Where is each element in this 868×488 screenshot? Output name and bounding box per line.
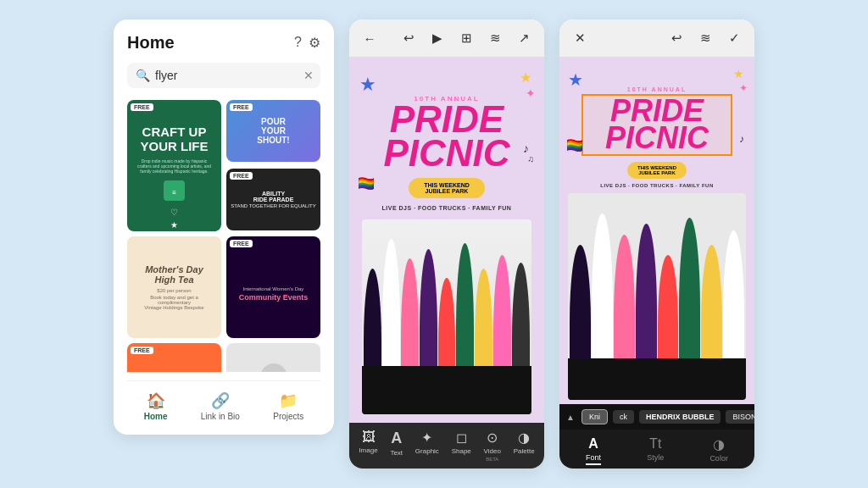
toolbar-actions: ↩ ≋ ✓ [666, 28, 744, 48]
folder-icon: 📁 [279, 391, 298, 410]
layers-button[interactable]: ≋ [485, 28, 505, 48]
free-badge-6: FREE [131, 347, 153, 354]
font-chip-bison[interactable]: BISON [726, 410, 754, 424]
undo-button-right[interactable]: ↩ [666, 28, 687, 48]
rainbow-flag-right: 🏳️‍🌈 [566, 137, 583, 153]
selected-text-box[interactable]: PRIDE PICNIC [581, 94, 733, 156]
right-badge-line1: THIS WEEKEND [637, 165, 676, 170]
video-icon: ⊙ [487, 430, 498, 446]
font-chip-hendrix[interactable]: HENDRIX BUBBLE [639, 410, 721, 424]
right-canvas: ★ ★ ✦ 🏳️‍🌈 ♪ 10TH ANNUAL PRIDE PICNIC TH… [559, 57, 754, 404]
template-card-purple-walk[interactable]: FREE PURPLEWALK [127, 343, 221, 372]
card-sub: Book today and get a complimentaryVintag… [134, 295, 214, 310]
nav-projects-label: Projects [273, 412, 303, 421]
free-badge-2: FREE [230, 103, 253, 111]
template-card-community-events[interactable]: FREE International Women's Day Community… [226, 236, 320, 338]
card-price: $20 per person [157, 288, 191, 293]
template-card-craft-up-life[interactable]: FREE CRAFT UPYOUR LIFE Drop indie music … [127, 100, 221, 231]
middle-panel: ← ↩ ▶ ⊞ ≋ ↗ ★ ★ ✦ ♪ ♫ 🏳️‍🌈 10TH ANNUAL P… [349, 19, 544, 469]
music-note-right: ♪ [739, 133, 744, 145]
toolbar-left: ← [359, 28, 380, 48]
template-card-pour-shout[interactable]: FREE POURYOURSHOUT! [226, 100, 320, 162]
layers-button-right[interactable]: ≋ [695, 28, 715, 48]
font-chip-ck[interactable]: ck [613, 410, 634, 424]
font-up-arrow[interactable]: ▲ [566, 413, 575, 422]
panel-title: Home [127, 33, 175, 53]
card-text: Mother's DayHigh Tea [145, 264, 203, 285]
palette-icon: ◑ [518, 430, 530, 446]
template-card-mothers-day[interactable]: Mother's DayHigh Tea $20 per person Book… [127, 236, 221, 338]
style-icon: Tt [649, 436, 661, 452]
search-bar[interactable]: 🔍 ✕ [127, 63, 320, 88]
confirm-button[interactable]: ✓ [724, 28, 744, 48]
pride-text: PRIDE [390, 103, 504, 136]
help-icon[interactable]: ? [294, 35, 302, 51]
star-right-yellow: ★ [733, 67, 744, 80]
nav-home[interactable]: 🏠 Home [144, 391, 168, 421]
mid-toolbar: ← ↩ ▶ ⊞ ≋ ↗ [349, 19, 544, 57]
undo-button[interactable]: ↩ [398, 28, 419, 48]
mid-bottom-bar: 🖼 Image A Text ✦ Graphic ◻ Shape ⊙ Video… [349, 423, 544, 469]
music-note-deco: ♪ [523, 141, 529, 155]
text-icon: A [391, 430, 402, 447]
tool-graphic[interactable]: ✦ Graphic [415, 430, 439, 462]
layout-button[interactable]: ⊞ [456, 28, 476, 48]
right-bottom-tabs: A Font Tt Style ◑ Color [559, 430, 754, 469]
color-icon: ◑ [713, 436, 725, 452]
play-button[interactable]: ▶ [427, 28, 448, 48]
star-right-pink: ✦ [739, 82, 748, 94]
toolbar-center: ↩ ▶ ⊞ ≋ ↗ [398, 28, 534, 48]
free-badge: FREE [131, 103, 153, 111]
image-icon: 🖼 [362, 430, 376, 445]
tool-palette[interactable]: ◑ Palette [514, 430, 535, 462]
font-tab-label: Font [586, 453, 601, 462]
card-button[interactable]: ≡ [164, 180, 185, 201]
tab-color[interactable]: ◑ Color [709, 436, 728, 465]
bottom-nav: 🏠 Home 🔗 Link in Bio 📁 Projects [127, 380, 320, 421]
back-button[interactable]: ← [359, 28, 380, 48]
right-annual: 10TH ANNUAL [627, 86, 687, 92]
clear-icon[interactable]: ✕ [303, 69, 314, 82]
card-sub: International Women's Day [239, 286, 309, 291]
close-button[interactable]: ✕ [570, 28, 590, 48]
nav-link-in-bio[interactable]: 🔗 Link in Bio [201, 391, 240, 421]
settings-icon[interactable]: ⚙ [309, 35, 320, 51]
tab-font[interactable]: A Font [586, 436, 601, 465]
rainbow-flag: 🏳️‍🌈 [358, 175, 375, 191]
card-title: CRAFT UPYOUR LIFE [136, 125, 213, 153]
color-tab-label: Color [709, 454, 728, 463]
font-icon: A [588, 436, 598, 452]
right-crowd-base [568, 358, 746, 400]
right-poster: ★ ★ ✦ 🏳️‍🌈 ♪ 10TH ANNUAL PRIDE PICNIC TH… [559, 57, 754, 404]
right-badge: THIS WEEKEND JUBILEE PARK [627, 162, 687, 179]
right-crowd [568, 193, 746, 400]
star-left: ★ [568, 69, 583, 90]
mid-canvas: ★ ★ ✦ ♪ ♫ 🏳️‍🌈 10TH ANNUAL PRIDE PICNIC … [349, 57, 544, 423]
template-card-ride-parade[interactable]: FREE ABILITYRIDE PARADESTAND TOGETHER FO… [226, 169, 320, 230]
card-sub: Drop indie music made by hispanic crafte… [136, 158, 213, 174]
stripes [147, 372, 202, 373]
style-tab-label: Style [647, 453, 664, 462]
add-icon[interactable]: + [260, 363, 287, 372]
badge-line2: JUBILEE PARK [424, 188, 470, 194]
tool-video[interactable]: ⊙ Video BETA [484, 430, 501, 462]
text-label: Text [390, 449, 403, 457]
tool-image[interactable]: 🖼 Image [359, 430, 377, 462]
home-icon: 🏠 [147, 391, 165, 410]
tool-text[interactable]: A Text [390, 430, 403, 462]
template-card-add-more[interactable]: + [226, 343, 320, 372]
font-chip-kni[interactable]: Kni [581, 409, 608, 424]
nav-bio-label: Link in Bio [201, 412, 240, 421]
export-button[interactable]: ↗ [514, 28, 534, 48]
nav-projects[interactable]: 📁 Projects [273, 391, 303, 421]
star-deco-right-pink: ✦ [526, 86, 536, 100]
crowd-base [362, 366, 531, 414]
shape-label: Shape [452, 447, 471, 455]
tool-shape[interactable]: ◻ Shape [452, 430, 471, 462]
tab-style[interactable]: Tt Style [647, 436, 664, 465]
card-text: ABILITYRIDE PARADESTAND TOGETHER FOR EQU… [226, 191, 320, 208]
music-note-deco2: ♫ [528, 154, 535, 164]
right-picnic: PICNIC [585, 125, 730, 152]
right-badge-line2: JUBILEE PARK [637, 170, 676, 175]
search-input[interactable] [155, 69, 303, 82]
